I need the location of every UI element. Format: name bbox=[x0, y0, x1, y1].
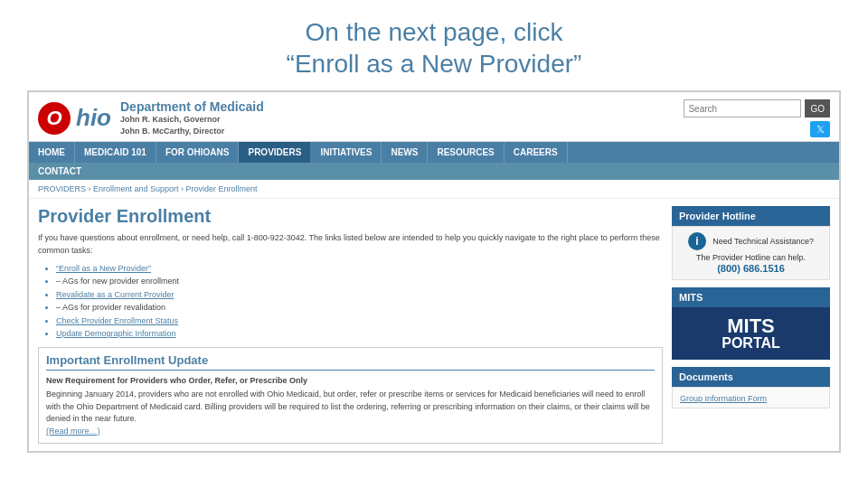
sidebar: Provider Hotline i Need Technical Assist… bbox=[672, 206, 830, 444]
sub-nav-contact[interactable]: CONTACT bbox=[29, 163, 90, 180]
enroll-new-provider-link[interactable]: “Enroll as a New Provider” bbox=[56, 264, 151, 273]
nav-ohioans[interactable]: FOR OHIOANS bbox=[156, 142, 240, 163]
search-bar: GO bbox=[684, 99, 830, 117]
mits-portal[interactable]: MITS PORTAL bbox=[672, 307, 830, 360]
dept-name: Department of Medicaid bbox=[120, 99, 264, 114]
nav-home[interactable]: HOME bbox=[29, 142, 75, 163]
nav-bar: HOME MEDICAID 101 FOR OHIOANS PROVIDERS … bbox=[29, 142, 839, 163]
list-item: – AGs for provider revalidation bbox=[56, 301, 663, 314]
nav-careers[interactable]: CAREERS bbox=[505, 142, 568, 163]
twitter-icon[interactable]: 𝕏 bbox=[810, 121, 830, 137]
revalidate-link[interactable]: Revalidate as a Current Provider bbox=[56, 290, 175, 299]
enrollment-update-title: Important Enrollment Update bbox=[46, 353, 655, 371]
update-demo-link[interactable]: Update Demographic Information bbox=[56, 329, 176, 338]
check-status-link[interactable]: Check Provider Enrollment Status bbox=[56, 316, 178, 325]
group-info-form-link[interactable]: Group Information Form bbox=[680, 394, 767, 403]
enrollment-update-box: Important Enrollment Update New Requirem… bbox=[38, 347, 663, 444]
breadcrumb: PROVIDERS › Enrollment and Support › Pro… bbox=[29, 180, 839, 199]
slide-title: On the next page, click “Enroll as a New… bbox=[0, 0, 868, 90]
list-item: Revalidate as a Current Provider bbox=[56, 288, 663, 301]
main-content: Provider Enrollment If you have question… bbox=[29, 199, 839, 451]
mits-header: MITS bbox=[672, 287, 830, 307]
hotline-number: (800) 686.1516 bbox=[680, 263, 822, 274]
ohio-text: hio bbox=[76, 104, 111, 132]
enrollment-update-body: Beginning January 2014, providers who ar… bbox=[46, 389, 655, 437]
intro-text: If you have questions about enrollment, … bbox=[38, 232, 663, 257]
ohio-header: O hio Department of Medicaid John R. Kas… bbox=[29, 92, 839, 142]
nav-news[interactable]: NEWS bbox=[382, 142, 428, 163]
documents-header: Documents bbox=[672, 367, 830, 387]
governor-info: John R. Kasich, Governor John B. McCarth… bbox=[120, 114, 264, 136]
ohio-logo: O hio Department of Medicaid John R. Kas… bbox=[38, 99, 264, 136]
list-item: Check Provider Enrollment Status bbox=[56, 314, 663, 327]
nav-initiatives[interactable]: INITIATIVES bbox=[311, 142, 382, 163]
title-line2: “Enroll as a New Provider” bbox=[287, 50, 582, 78]
read-more-link[interactable]: (Read more…) bbox=[46, 427, 100, 436]
documents-content: Group Information Form bbox=[672, 387, 830, 408]
provider-hotline-box: Provider Hotline i Need Technical Assist… bbox=[672, 206, 830, 280]
search-input[interactable] bbox=[684, 99, 801, 117]
sub-nav: CONTACT bbox=[29, 163, 839, 180]
hotline-description: Need Technical Assistance? The Provider … bbox=[696, 237, 814, 262]
info-icon: i bbox=[688, 232, 706, 250]
task-list: “Enroll as a New Provider” – AGs for new… bbox=[38, 262, 663, 340]
hotline-header: Provider Hotline bbox=[672, 206, 830, 226]
title-line1: On the next page, click bbox=[306, 18, 563, 46]
page-title: Provider Enrollment bbox=[38, 206, 663, 227]
list-item: – AGs for new provider enrollment bbox=[56, 275, 663, 287]
hotline-content: i Need Technical Assistance? The Provide… bbox=[672, 226, 830, 280]
search-button[interactable]: GO bbox=[805, 99, 830, 117]
ohio-o-icon: O bbox=[38, 102, 71, 135]
nav-resources[interactable]: RESOURCES bbox=[428, 142, 504, 163]
screenshot-frame: O hio Department of Medicaid John R. Kas… bbox=[27, 90, 841, 453]
documents-box: Documents Group Information Form bbox=[672, 367, 830, 408]
enrollment-update-subtitle: New Requirement for Providers who Order,… bbox=[46, 376, 655, 385]
mits-box: MITS MITS PORTAL bbox=[672, 287, 830, 360]
nav-providers[interactable]: PROVIDERS bbox=[239, 142, 311, 163]
portal-text: PORTAL bbox=[681, 336, 821, 351]
mits-text: MITS bbox=[681, 316, 821, 336]
content-left: Provider Enrollment If you have question… bbox=[38, 206, 663, 444]
nav-medicaid101[interactable]: MEDICAID 101 bbox=[75, 142, 156, 163]
list-item: “Enroll as a New Provider” bbox=[56, 262, 663, 275]
header-right: GO 𝕏 bbox=[684, 99, 830, 137]
list-item: Update Demographic Information bbox=[56, 327, 663, 340]
dept-info: Department of Medicaid John R. Kasich, G… bbox=[120, 99, 264, 136]
